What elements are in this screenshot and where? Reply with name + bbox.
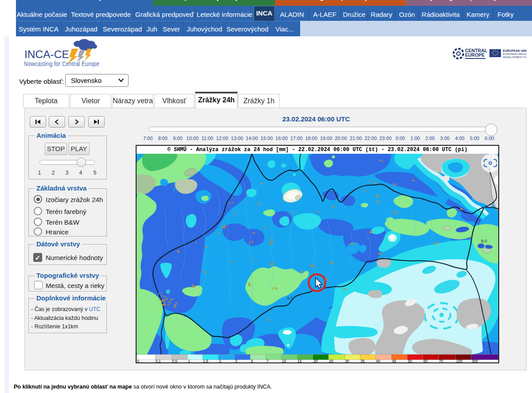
svg-text:30: 30 <box>345 359 349 362</box>
svg-text:70: 70 <box>439 359 443 362</box>
svg-text:EUROPE: EUROPE <box>465 52 485 58</box>
svg-text:0.1: 0.1 <box>156 359 161 362</box>
svg-text:50: 50 <box>408 359 412 362</box>
svg-text:EUROPEAN UNION: EUROPEAN UNION <box>503 49 527 52</box>
svg-text:7: 7 <box>266 359 269 362</box>
svg-text:2: 2 <box>219 359 221 362</box>
svg-text:0: 0 <box>137 359 139 362</box>
svg-text:1: 1 <box>188 359 190 362</box>
svg-text:0.5: 0.5 <box>172 359 177 362</box>
svg-text:DEVELOPMENT FUND: DEVELOPMENT FUND <box>503 56 527 58</box>
svg-text:15: 15 <box>297 359 302 362</box>
svg-text:300: 300 <box>472 359 478 362</box>
svg-text:10: 10 <box>282 359 286 362</box>
svg-text:3: 3 <box>235 359 237 362</box>
svg-text:45: 45 <box>392 359 396 362</box>
svg-text:100: 100 <box>456 359 462 362</box>
svg-text:40: 40 <box>376 359 380 362</box>
svg-text:35: 35 <box>360 359 365 362</box>
svg-text:EUROPEAN REGIONAL: EUROPEAN REGIONAL <box>503 53 527 55</box>
svg-text:1.5: 1.5 <box>203 359 208 362</box>
svg-text:6.7: 6.7 <box>287 296 293 300</box>
svg-text:20: 20 <box>313 359 318 362</box>
svg-text:B.0: B.0 <box>481 239 487 243</box>
svg-text:60: 60 <box>423 359 428 362</box>
svg-text:25: 25 <box>329 359 333 362</box>
svg-text:5: 5 <box>251 359 253 362</box>
